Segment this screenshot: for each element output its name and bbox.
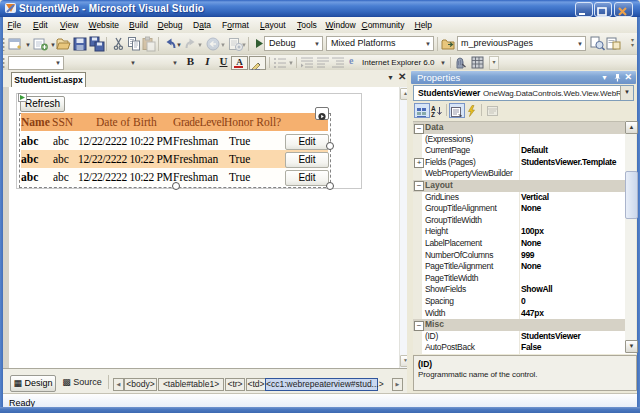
svg-text:Z: Z bbox=[431, 111, 435, 118]
